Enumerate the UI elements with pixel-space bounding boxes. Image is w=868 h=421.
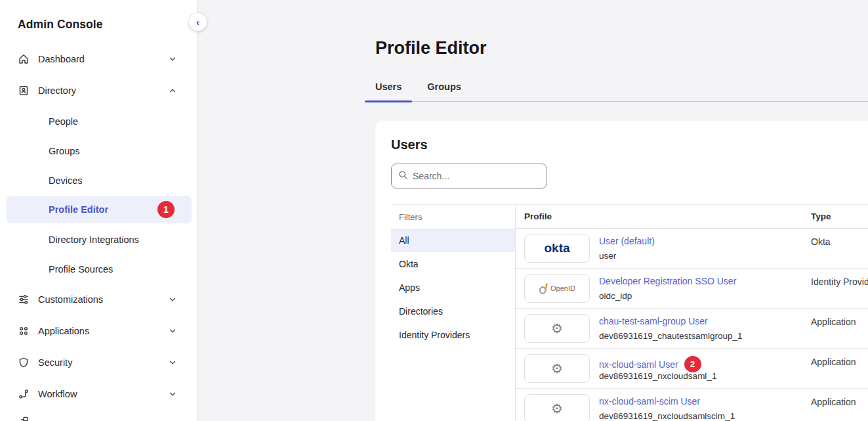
profile-subtitle: dev86931619_nxcloudsamlscim_1 <box>599 411 735 421</box>
filter-all[interactable]: All <box>391 229 515 252</box>
table-row: ⚙ chau-test-saml-group User dev86931619_… <box>516 309 868 349</box>
app-logo-box: ⚙ <box>524 394 590 421</box>
sidebar-collapse-button[interactable]: ‹ <box>189 13 207 31</box>
sidebar-item-label: Profile Editor <box>49 204 108 215</box>
sidebar: Admin Console Dashboard Directory People… <box>0 0 197 421</box>
annotation-badge-2: 2 <box>684 356 701 372</box>
sidebar-item-label: Customizations <box>38 294 168 305</box>
filters-panel: Filters All Okta Apps Directories Identi… <box>391 205 516 421</box>
filter-apps[interactable]: Apps <box>391 276 515 299</box>
sidebar-item-security[interactable]: Security <box>0 347 197 378</box>
profile-link[interactable]: nx-cloud-saml-scim User <box>599 396 700 407</box>
table-row: ⚙ nx-cloud-saml User 2 dev86931619_nxclo… <box>516 349 868 389</box>
sidebar-item-devices[interactable]: Devices <box>0 166 197 195</box>
profiles-table: Profile Type okta User (default) user Ok… <box>516 205 868 421</box>
column-header-type: Type <box>811 211 831 221</box>
profile-subtitle: dev86931619_nxcloudsaml_1 <box>599 371 716 381</box>
sidebar-item-profile-editor[interactable]: Profile Editor 1 <box>7 196 192 223</box>
profile-type: Application <box>811 397 856 407</box>
profile-link[interactable]: User (default) <box>599 236 655 246</box>
chevron-down-icon <box>168 326 177 336</box>
workflow-icon <box>18 388 30 400</box>
profile-type: Application <box>811 357 856 367</box>
annotation-badge-1: 1 <box>157 201 175 218</box>
chevron-down-icon <box>168 389 177 399</box>
openid-logo: OpenID <box>524 274 590 303</box>
profile-subtitle: dev86931619_chautestsamlgroup_1 <box>599 331 742 341</box>
sidebar-item-label: Security <box>38 357 168 368</box>
sidebar-item-label: Workflow <box>38 389 168 399</box>
chevron-down-icon <box>168 295 177 304</box>
shield-icon <box>18 357 30 368</box>
sidebar-item-directory-integrations[interactable]: Directory Integrations <box>0 225 197 254</box>
filter-okta[interactable]: Okta <box>391 252 515 276</box>
table-row: OpenID Developer Registration SSO User o… <box>516 269 868 309</box>
profile-subtitle: oidc_idp <box>599 291 632 301</box>
okta-logo: okta <box>524 234 590 263</box>
sidebar-item-dashboard[interactable]: Dashboard <box>0 43 197 75</box>
filter-identity-providers[interactable]: Identity Providers <box>391 323 515 347</box>
sidebar-item-profile-sources[interactable]: Profile Sources <box>0 254 197 284</box>
sidebar-item-directory[interactable]: Directory <box>0 75 197 106</box>
sidebar-item-label: Applications <box>38 326 168 336</box>
profile-type: Identity Provider <box>811 277 868 287</box>
page-title: Profile Editor <box>375 38 868 58</box>
sidebar-item-groups[interactable]: Groups <box>0 136 197 166</box>
profile-link[interactable]: nx-cloud-saml User 2 <box>599 356 701 372</box>
sidebar-item-label: Dashboard <box>38 54 168 64</box>
directory-icon <box>18 85 30 97</box>
table-row: ⚙ nx-cloud-saml-scim User dev86931619_nx… <box>516 389 868 421</box>
filters-label: Filters <box>391 205 515 229</box>
apps-grid-icon <box>18 325 30 337</box>
profile-subtitle: user <box>599 251 616 261</box>
sidebar-item-label: Directory <box>38 85 168 96</box>
users-panel: Users Filters All Okta Apps Directories … <box>375 121 868 421</box>
chevron-down-icon <box>168 55 177 64</box>
home-icon <box>18 53 30 65</box>
main-content: Profile Editor Users Groups Users Filter… <box>197 0 868 421</box>
profile-link[interactable]: Developer Registration SSO User <box>599 276 736 286</box>
table-row: okta User (default) user Okta <box>516 229 868 269</box>
sidebar-item-customizations[interactable]: Customizations <box>0 284 197 315</box>
profile-type: Application <box>811 317 856 327</box>
app-logo-box: ⚙ <box>524 354 590 383</box>
gear-icon: ⚙ <box>551 402 563 415</box>
openid-mark-icon <box>539 281 548 296</box>
search-box[interactable] <box>391 164 547 188</box>
reports-icon <box>18 416 30 421</box>
profile-type: Okta <box>811 236 831 247</box>
chevron-left-icon: ‹ <box>196 17 199 27</box>
column-header-profile: Profile <box>524 211 552 221</box>
chevron-down-icon <box>168 358 177 367</box>
chevron-up-icon <box>168 86 177 95</box>
tab-users[interactable]: Users <box>365 81 412 101</box>
tab-groups[interactable]: Groups <box>417 81 472 101</box>
app-logo-box: ⚙ <box>524 314 590 343</box>
sidebar-item-people[interactable]: People <box>0 106 197 136</box>
filter-directories[interactable]: Directories <box>391 299 515 323</box>
gear-icon: ⚙ <box>551 362 563 375</box>
tab-bar: Users Groups <box>365 81 868 102</box>
gear-icon: ⚙ <box>551 322 563 335</box>
search-icon <box>398 170 408 183</box>
sliders-icon <box>18 294 30 305</box>
table-header: Profile Type <box>516 205 868 229</box>
app-title: Admin Console <box>0 0 197 43</box>
sidebar-item-workflow[interactable]: Workflow <box>0 378 197 410</box>
search-input[interactable] <box>413 171 531 181</box>
sidebar-item-applications[interactable]: Applications <box>0 315 197 347</box>
profile-link[interactable]: chau-test-saml-group User <box>599 316 708 326</box>
panel-heading: Users <box>391 137 868 152</box>
